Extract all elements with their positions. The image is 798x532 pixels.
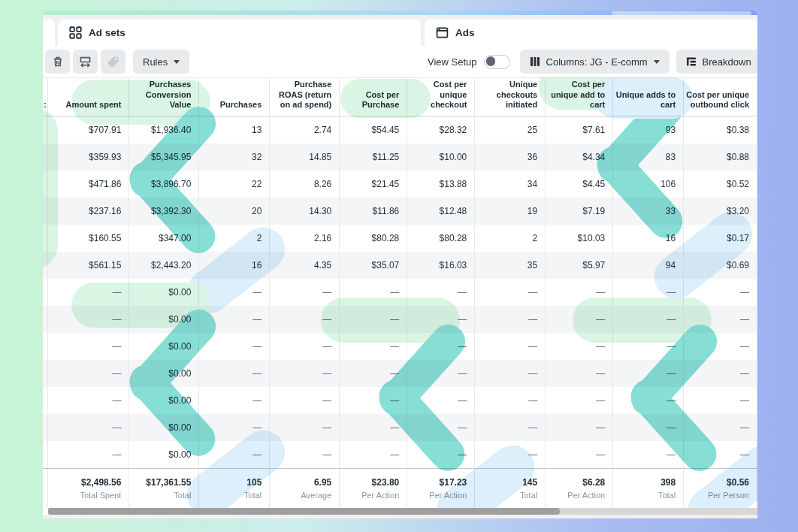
scrollbar-thumb[interactable] [48,508,560,515]
table-cell: 83 [613,144,684,171]
footer-label: Total [244,491,261,500]
row-sliver [43,306,48,333]
table-cell: 2 [199,225,270,252]
table-cell: $0.00 [129,414,199,441]
table-cell: — [270,333,340,360]
column-header[interactable]: Unique checkouts initiated [475,78,546,116]
table-cell: — [407,360,475,387]
footer-value: 105 [246,477,261,488]
table-cell: 34 [475,171,546,198]
table-cell: $0.17 [684,225,757,252]
column-header[interactable]: Cost per unique add to cart [546,78,613,116]
footer-label: Per Person [708,491,749,500]
table-cell: — [270,387,340,414]
table-cell: $35.07 [340,252,407,279]
table-cell: — [613,441,684,468]
table-cell: — [475,279,546,306]
table-row[interactable]: —$0.00———————— [43,441,757,468]
tab-ads[interactable]: Ads [425,20,757,46]
table-row[interactable]: —$0.00———————— [43,306,757,333]
table-cell: — [48,306,130,333]
table-row[interactable]: $359.93$5,345.953214.85$11.25$10.0036$4.… [43,144,757,171]
table-row[interactable]: —$0.00———————— [43,414,757,441]
table-cell: — [684,414,757,441]
table-row[interactable]: $561.15$2,443.20164.35$35.07$16.0335$5.9… [43,252,757,279]
table-cell: $4.34 [546,144,613,171]
table-row[interactable]: $707.91$1,936.40132.74$54.45$28.3225$7.6… [43,116,757,144]
column-header[interactable]: Purchases Conversion Value [129,78,199,116]
table-cell: 2.74 [270,116,340,144]
ab-test-button[interactable] [73,50,98,74]
footer-value: 398 [660,477,676,488]
table-row[interactable]: $237.16$3,392.302014.30$11.86$12.4819$7.… [43,198,757,225]
tab-ad-sets[interactable]: Ad sets [58,20,421,46]
table-row[interactable]: —$0.00———————— [43,333,757,360]
tab-campaigns-partial[interactable] [43,20,55,46]
row-sliver [43,144,48,171]
rules-button[interactable]: Rules [133,50,189,74]
table-cell: — [340,360,407,387]
tag-button[interactable] [101,50,125,74]
table-cell: — [475,414,546,441]
table-row[interactable]: —$0.00———————— [43,387,757,414]
horizontal-scrollbar[interactable] [48,508,757,515]
footer-value: $23.80 [372,477,400,488]
footer-cell: $17.23Per Action [407,469,475,508]
footer-value: $17,361.55 [146,477,191,488]
tab-ad-sets-label: Ad sets [89,27,125,38]
column-header[interactable]: Cost per unique outbound click [684,78,757,116]
table-cell: $0.88 [684,144,757,171]
table-cell: — [546,333,613,360]
footer-cell: 105Total [199,469,270,508]
row-sliver [43,171,48,198]
table-row[interactable]: $160.55$347.0022.16$80.28$80.282$10.0316… [43,225,757,252]
table-cell: — [199,414,270,441]
table-cell: $160.55 [48,225,130,252]
table-cell: $12.48 [407,198,475,225]
table-cell: — [546,360,613,387]
table-row[interactable]: —$0.00———————— [43,279,757,306]
delete-button[interactable] [45,50,70,74]
footer-value: $6.28 [582,477,605,488]
table-row[interactable]: $471.86$3,896.70228.26$21.45$13.8834$4.4… [43,171,757,198]
footer-cell: $0.56Per Person [684,469,757,508]
table-cell: $0.69 [684,252,757,279]
column-header[interactable]: Purchase ROAS (return on ad spend) [270,78,340,116]
columns-button[interactable]: Columns: JG - E-comm [520,50,670,74]
row-sliver [43,279,48,306]
breakdown-button[interactable]: Breakdown [676,50,757,74]
tab-ads-label: Ads [455,27,475,38]
columns-button-label: Columns: JG - E-comm [546,56,648,68]
table-cell: — [199,279,270,306]
table-cell: — [199,306,270,333]
column-header[interactable]: Unique adds to cart [613,78,684,116]
row-sliver [43,360,48,387]
table-cell: $347.00 [129,225,199,252]
table-cell: — [684,387,757,414]
footer-cell: 6.95Average [270,469,340,508]
column-header[interactable]: Purchases [199,78,270,116]
table-cell: $0.00 [129,441,199,468]
column-header[interactable]: Cost per unique checkout [407,78,475,116]
table-cell: $0.00 [129,387,199,414]
table-cell: — [475,306,546,333]
table-row[interactable]: —$0.00———————— [43,360,757,387]
view-setup-toggle[interactable] [484,55,510,69]
bottom-strip [43,515,757,518]
table-cell: — [407,441,475,468]
breakdown-icon [686,56,697,67]
table-cell: — [270,441,340,468]
table-cell: — [546,306,613,333]
table-cell: — [199,360,270,387]
table-cell: 14.30 [270,198,340,225]
table-cell: — [684,333,757,360]
table-cell: $359.93 [48,144,130,171]
table-cell: — [684,279,757,306]
column-header[interactable]: Cost per Purchase [340,78,407,116]
table-cell: 2.16 [270,225,340,252]
table-cell: $80.28 [407,225,475,252]
table-cell: — [684,360,757,387]
table-cell: — [684,306,757,333]
column-header[interactable]: Amount spent [48,78,130,116]
table-cell: — [340,414,407,441]
